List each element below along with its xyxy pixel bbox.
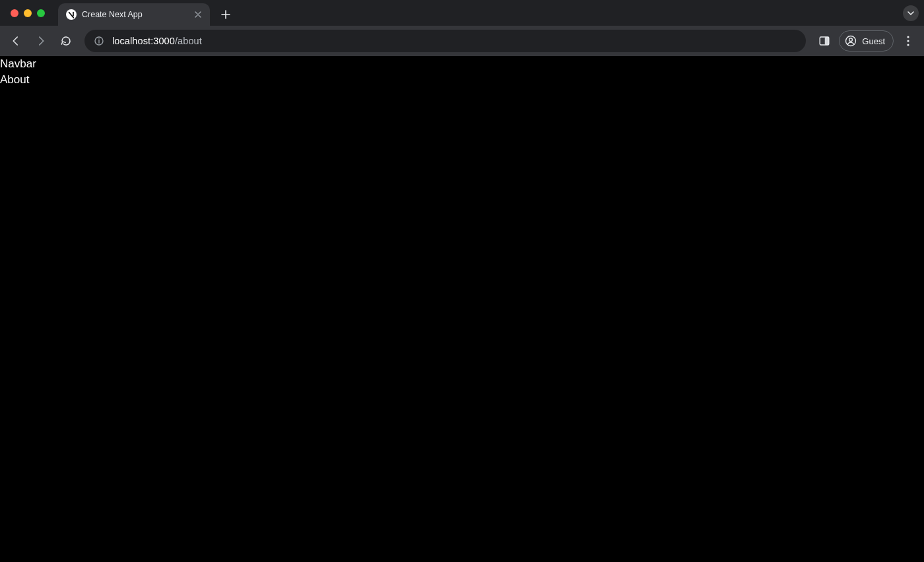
tab-close-button[interactable] xyxy=(193,9,203,20)
window-fullscreen-button[interactable] xyxy=(37,9,45,17)
browser-tab[interactable]: Create Next App xyxy=(58,3,210,26)
svg-point-7 xyxy=(849,38,853,42)
svg-point-8 xyxy=(907,36,909,38)
back-button[interactable] xyxy=(5,30,26,52)
browser-chrome: Create Next App xyxy=(0,0,924,56)
forward-button[interactable] xyxy=(30,30,51,52)
browser-menu-button[interactable] xyxy=(898,30,919,52)
svg-point-9 xyxy=(907,40,909,42)
address-bar[interactable]: localhost:3000/about xyxy=(84,30,806,52)
tab-title: Create Next App xyxy=(82,10,187,19)
profile-label: Guest xyxy=(862,36,885,46)
url-host: localhost:3000 xyxy=(112,36,175,46)
new-tab-button[interactable] xyxy=(216,5,235,24)
site-info-icon[interactable] xyxy=(94,36,104,46)
svg-point-3 xyxy=(98,38,100,40)
page-content: Navbar About xyxy=(0,56,924,88)
navbar-text: Navbar xyxy=(0,56,924,72)
about-text: About xyxy=(0,72,924,88)
url-text: localhost:3000/about xyxy=(112,36,202,46)
tab-strip: Create Next App xyxy=(0,0,924,26)
svg-rect-5 xyxy=(825,37,829,45)
profile-button[interactable]: Guest xyxy=(839,30,894,52)
nextjs-favicon-icon xyxy=(66,9,77,20)
browser-toolbar: localhost:3000/about Guest xyxy=(0,26,924,56)
url-path: /about xyxy=(175,36,202,46)
tabs-dropdown-button[interactable] xyxy=(903,5,919,21)
window-controls xyxy=(7,0,50,26)
reload-button[interactable] xyxy=(55,30,77,52)
guest-avatar-icon xyxy=(845,35,857,47)
svg-point-10 xyxy=(907,44,909,46)
side-panel-toggle[interactable] xyxy=(814,30,835,52)
window-close-button[interactable] xyxy=(11,9,18,17)
window-minimize-button[interactable] xyxy=(24,9,32,17)
